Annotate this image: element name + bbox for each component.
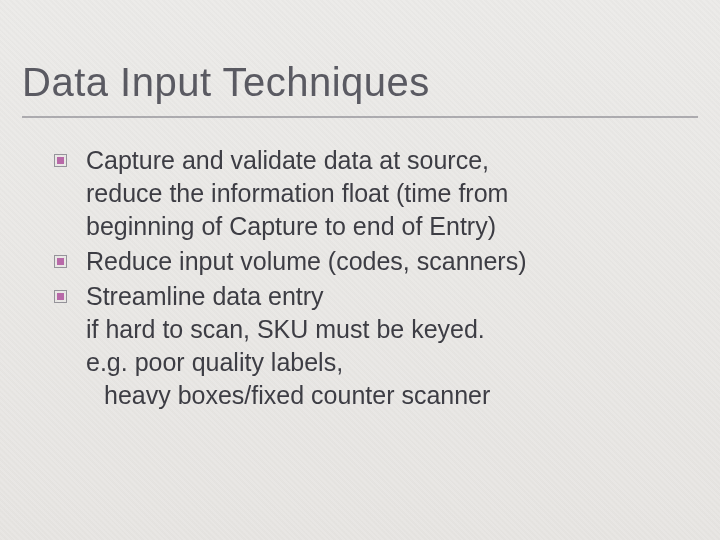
bullet-item: Reduce input volume (codes, scanners) (86, 245, 686, 278)
bullet-line: beginning of Capture to end of Entry) (86, 210, 686, 243)
bullet-line: e.g. poor quality labels, (86, 346, 686, 379)
slide: Data Input Techniques Capture and valida… (0, 0, 720, 540)
bullet-subline: heavy boxes/fixed counter scanner (86, 379, 686, 412)
title-underline (22, 116, 698, 118)
bullet-item: Streamline data entry if hard to scan, S… (86, 280, 686, 412)
bullet-icon (54, 255, 67, 268)
bullet-item: Capture and validate data at source, red… (86, 144, 686, 243)
bullet-line: if hard to scan, SKU must be keyed. (86, 313, 686, 346)
bullet-line: Streamline data entry (86, 280, 686, 313)
bullet-icon (54, 290, 67, 303)
slide-body: Capture and validate data at source, red… (86, 144, 686, 414)
bullet-icon (54, 154, 67, 167)
bullet-line: Reduce input volume (codes, scanners) (86, 245, 686, 278)
slide-title: Data Input Techniques (22, 60, 430, 105)
bullet-line: reduce the information float (time from (86, 177, 686, 210)
bullet-line: Capture and validate data at source, (86, 144, 686, 177)
